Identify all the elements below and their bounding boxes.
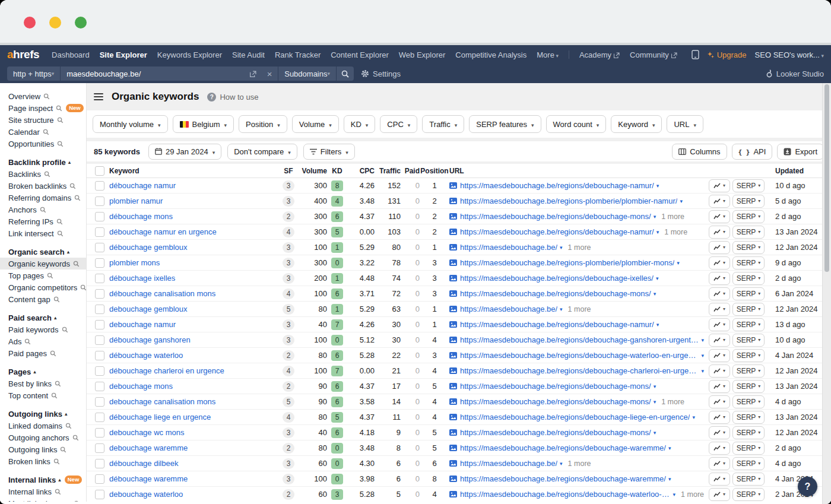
serp-button[interactable]: SERP [732,226,765,239]
date-picker-button[interactable]: 29 Jan 2024 [148,144,221,160]
serp-button[interactable]: SERP [732,442,765,455]
position-history-button[interactable] [709,349,730,362]
row-checkbox[interactable] [95,227,104,237]
url-link[interactable]: https://maesdebouchage.be/regions/debouc… [460,366,699,375]
sidebar-item-outgoing-links[interactable]: Outgoing links [0,443,86,455]
serp-button[interactable]: SERP [732,364,765,378]
sidebar-section-backlink-profile[interactable]: Backlink profile▴ [0,156,86,168]
url-link[interactable]: https://maesdebouchage.be/regions/debouc… [460,474,666,483]
sidebar-item-site-structure[interactable]: Site structure [0,114,86,126]
url-dropdown-icon[interactable] [692,414,695,420]
row-checkbox[interactable] [95,196,104,206]
sidebar-item-paid-pages[interactable]: Paid pages [0,347,86,359]
sidebar-item-internal-links[interactable]: Internal links [0,486,86,497]
row-checkbox[interactable] [95,212,104,221]
position-history-button[interactable] [709,272,730,285]
how-to-use-link[interactable]: How to use [207,93,258,102]
sidebar-item-top-pages[interactable]: Top pages [0,270,86,281]
url-dropdown-icon[interactable] [654,291,656,297]
position-history-button[interactable] [709,303,730,316]
position-history-button[interactable] [709,488,730,501]
row-checkbox[interactable] [95,443,104,453]
position-history-button[interactable] [709,195,730,208]
keyword-link[interactable]: debouchage namur [109,320,278,329]
url-dropdown-icon[interactable] [560,306,563,312]
mode-select[interactable]: Subdomains [278,66,336,81]
url-link[interactable]: https://maesdebouchage.be/regions/debouc… [460,413,690,421]
position-history-button[interactable] [709,256,730,270]
url-dropdown-icon[interactable] [656,229,659,235]
url-link[interactable]: https://maesdebouchage.be/ [460,305,557,313]
sidebar-item-link-intersect[interactable]: Link intersect [0,227,86,239]
url-link[interactable]: https://maesdebouchage.be/regions-plombe… [460,196,677,205]
col-keyword[interactable]: Keyword [109,167,278,175]
url-dropdown-icon[interactable] [654,430,656,436]
url-dropdown-icon[interactable] [677,260,680,266]
select-all-checkbox[interactable] [95,166,104,176]
row-checkbox[interactable] [95,335,104,345]
looker-studio-button[interactable]: Looker Studio [766,69,824,78]
position-history-button[interactable] [709,442,730,455]
nav-item-community[interactable]: Community [630,50,677,59]
scrollbar-thumb[interactable] [824,84,829,272]
row-checkbox[interactable] [95,413,104,422]
api-button[interactable]: API [732,144,773,160]
sidebar-item-content-gap[interactable]: Content gap [0,293,86,305]
row-checkbox[interactable] [95,474,104,484]
url-link[interactable]: https://maesdebouchage.be/regions-plombe… [460,258,674,267]
more-urls-link[interactable]: 1 more [681,490,704,499]
url-link[interactable]: https://maesdebouchage.be/regions/debouc… [460,490,671,499]
url-link[interactable]: https://maesdebouchage.be/regions/debouc… [460,382,651,391]
url-link[interactable]: https://maesdebouchage.be/regions/debouc… [460,397,651,406]
minimize-window-button[interactable] [49,17,61,28]
sidebar-item-opportunities[interactable]: Opportunities [0,138,86,150]
serp-button[interactable]: SERP [732,488,765,501]
keyword-link[interactable]: plombier namur [109,196,278,205]
keyword-link[interactable]: debouchage waterloo [109,490,278,499]
position-history-button[interactable] [709,210,730,223]
url-dropdown-icon[interactable] [668,476,671,482]
keyword-link[interactable]: debouchage canalisation mons [109,397,278,406]
row-checkbox[interactable] [95,243,104,252]
url-link[interactable]: https://maesdebouchage.be/regions/debouc… [460,181,654,190]
sidebar-item-broken-links[interactable]: Broken links [0,455,86,467]
sidebar-section-outgoing-links[interactable]: Outgoing links▴ [0,408,86,420]
col-volume[interactable]: Volume [302,167,327,175]
url-dropdown-icon[interactable] [656,183,659,189]
row-checkbox[interactable] [95,274,104,283]
position-history-button[interactable] [709,287,730,300]
url-link[interactable]: https://maesdebouchage.be/ [460,459,557,468]
sidebar-item-referring-ips[interactable]: Referring IPs [0,215,86,227]
keyword-link[interactable]: debouchage mons [109,382,278,391]
export-button[interactable]: Export [777,144,824,160]
nav-item-academy[interactable]: Academy [579,50,620,59]
search-icon[interactable] [336,66,354,81]
url-dropdown-icon[interactable] [654,383,656,389]
keyword-link[interactable]: débouchage ganshoren [109,335,278,344]
url-dropdown-icon[interactable] [701,353,704,359]
serp-button[interactable]: SERP [732,287,765,300]
more-urls-link[interactable]: 1 more [568,305,591,313]
sidebar-item-paid-keywords[interactable]: Paid keywords [0,324,86,335]
keyword-link[interactable]: débouchage dilbeek [109,459,278,468]
serp-button[interactable]: SERP [732,210,765,223]
keyword-link[interactable]: débouchage ixelles [109,274,278,283]
sidebar-item-anchors[interactable]: Anchors [0,204,86,215]
clear-target-icon[interactable]: × [261,66,278,81]
ahrefs-logo[interactable]: ahrefs [7,48,39,61]
url-link[interactable]: https://maesdebouchage.be/regions/debouc… [460,428,651,437]
filter-chip-word-count[interactable]: Word count [546,115,607,133]
row-checkbox[interactable] [95,459,104,468]
url-link[interactable]: https://maesdebouchage.be/ [460,243,557,252]
target-url-input[interactable] [61,66,245,81]
nav-item-site-audit[interactable]: Site Audit [232,50,265,59]
sidebar-item-most-linked-pages[interactable]: Most linked pages [0,497,86,502]
url-dropdown-icon[interactable] [668,445,671,451]
serp-button[interactable]: SERP [732,256,765,270]
filter-chip-cpc[interactable]: CPC [380,115,417,133]
keyword-link[interactable]: debouchage wc mons [109,428,278,437]
url-dropdown-icon[interactable] [654,399,656,405]
keyword-link[interactable]: debouchage waremme [109,443,278,452]
sidebar-item-linked-domains[interactable]: Linked domains [0,420,86,432]
url-link[interactable]: https://maesdebouchage.be/regions/debouc… [460,351,699,360]
